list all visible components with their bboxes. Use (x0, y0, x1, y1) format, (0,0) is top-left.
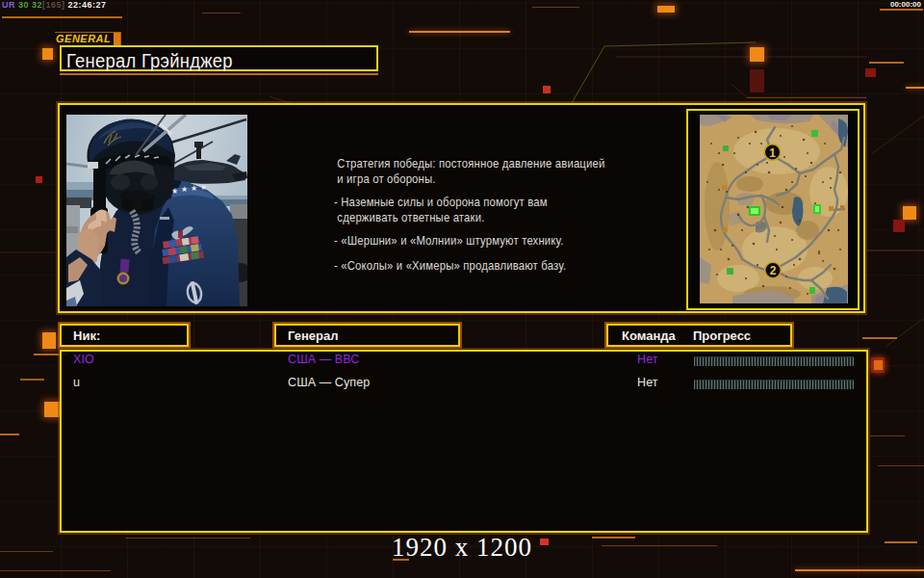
svg-text:★: ★ (171, 187, 178, 196)
svg-text:1: 1 (769, 146, 776, 160)
svg-text:★: ★ (191, 184, 197, 193)
svg-text:2: 2 (770, 264, 777, 277)
svg-text:★: ★ (181, 185, 188, 194)
svg-text:★: ★ (200, 183, 207, 192)
